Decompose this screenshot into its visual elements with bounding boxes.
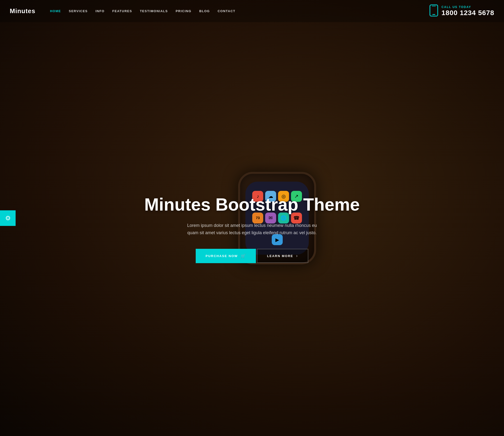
- nav-services[interactable]: SERVICES: [69, 9, 88, 13]
- nav-home[interactable]: HOME: [50, 9, 61, 13]
- hero-content: Minutes Bootstrap Theme Lorem ipsum dolo…: [0, 22, 504, 436]
- nav-pricing[interactable]: PRICING: [176, 9, 192, 13]
- brand-logo[interactable]: Minutes: [10, 7, 35, 15]
- nav-blog[interactable]: BLOG: [199, 9, 210, 13]
- learn-more-label: LEARN MORE: [267, 254, 293, 258]
- purchase-button[interactable]: PURCHASE NOW 🛒: [196, 249, 256, 263]
- navbar: Minutes HOME SERVICES INFO FEATURES TEST…: [0, 0, 504, 22]
- gear-icon: ⚙: [5, 215, 11, 221]
- contact-text: CALL US TODAY 1800 1234 5678: [442, 5, 494, 17]
- nav-features[interactable]: FEATURES: [112, 9, 132, 13]
- settings-button[interactable]: ⚙: [0, 210, 16, 226]
- svg-rect-2: [432, 6, 436, 6]
- hero-section: ♪ ☁ ◎ ↗ 73 ✉ 🌐 ☎ ▶ Minutes HOME SERVICES…: [0, 0, 504, 436]
- svg-rect-1: [432, 14, 435, 15]
- learn-more-button[interactable]: LEARN MORE ›: [257, 249, 308, 263]
- phone-number[interactable]: 1800 1234 5678: [442, 9, 494, 17]
- call-us-label: CALL US TODAY: [442, 5, 494, 9]
- contact-info: CALL US TODAY 1800 1234 5678: [429, 4, 494, 18]
- hero-subtitle: Lorem ipsum dolor sit amet ipsum lectus …: [186, 222, 318, 237]
- phone-icon: [429, 4, 438, 18]
- cart-icon: 🛒: [241, 254, 246, 258]
- nav-contact[interactable]: CONTACT: [218, 9, 235, 13]
- chevron-right-icon: ›: [296, 254, 298, 258]
- hero-buttons: PURCHASE NOW 🛒 LEARN MORE ›: [196, 249, 308, 263]
- nav-testimonials[interactable]: TESTIMONIALS: [140, 9, 168, 13]
- nav-links: HOME SERVICES INFO FEATURES TESTIMONIALS…: [50, 9, 429, 13]
- purchase-label: PURCHASE NOW: [205, 254, 238, 258]
- hero-title: Minutes Bootstrap Theme: [144, 195, 360, 214]
- nav-info[interactable]: INFO: [96, 9, 105, 13]
